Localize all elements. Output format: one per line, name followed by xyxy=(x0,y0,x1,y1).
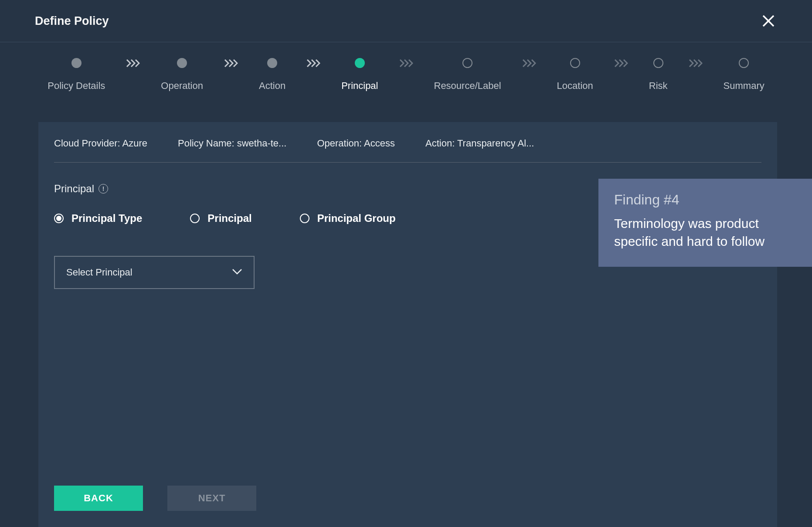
step-label: Policy Details xyxy=(48,80,105,92)
info-icon[interactable]: ! xyxy=(99,184,108,194)
step-location[interactable]: Location xyxy=(557,58,593,92)
select-placeholder: Select Principal xyxy=(66,267,133,278)
step-operation[interactable]: Operation xyxy=(161,58,203,92)
step-label: Operation xyxy=(161,80,203,92)
summary-action: Action: Transparency Al... xyxy=(425,138,534,149)
modal-title: Define Policy xyxy=(35,14,109,28)
step-policy-details[interactable]: Policy Details xyxy=(48,58,105,92)
step-circle-icon xyxy=(739,58,749,68)
radio-principal-type[interactable]: Principal Type xyxy=(54,212,142,224)
step-label: Resource/Label xyxy=(434,80,501,92)
stepper: Policy Details Operation Action Principa… xyxy=(0,42,812,109)
radio-principal-group[interactable]: Principal Group xyxy=(300,212,396,224)
close-icon xyxy=(762,14,775,27)
finding-callout: Finding #4 Terminology was product speci… xyxy=(598,179,812,267)
modal-header: Define Policy xyxy=(0,0,812,42)
step-principal[interactable]: Principal xyxy=(341,58,378,92)
next-button: NEXT xyxy=(167,486,256,511)
radio-circle-icon xyxy=(54,214,64,223)
step-circle-icon xyxy=(653,58,663,68)
step-label: Location xyxy=(557,80,593,92)
finding-title: Finding #4 xyxy=(614,192,796,208)
step-arrows-icon xyxy=(522,58,536,68)
radio-circle-icon xyxy=(300,214,309,223)
step-circle-icon xyxy=(177,58,187,68)
section-title-text: Principal xyxy=(54,183,94,195)
close-button[interactable] xyxy=(760,12,777,30)
step-circle-icon xyxy=(570,58,580,68)
step-label: Principal xyxy=(341,80,378,92)
radio-circle-icon xyxy=(190,214,200,223)
radio-label: Principal Group xyxy=(317,212,396,224)
summary-cloud-provider: Cloud Provider: Azure xyxy=(54,138,147,149)
step-label: Summary xyxy=(724,80,764,92)
step-circle-icon xyxy=(355,58,365,68)
step-action[interactable]: Action xyxy=(259,58,285,92)
chevron-down-icon xyxy=(232,269,242,276)
finding-body: Terminology was product specific and har… xyxy=(614,215,796,250)
step-arrows-icon xyxy=(126,58,140,68)
step-resource-label[interactable]: Resource/Label xyxy=(434,58,501,92)
step-circle-icon xyxy=(462,58,472,68)
step-arrows-icon xyxy=(224,58,238,68)
step-arrows-icon xyxy=(614,58,628,68)
step-arrows-icon xyxy=(306,58,320,68)
step-circle-icon xyxy=(71,58,82,68)
select-principal-dropdown[interactable]: Select Principal xyxy=(54,256,255,289)
summary-operation: Operation: Access xyxy=(317,138,395,149)
summary-policy-name: Policy Name: swetha-te... xyxy=(178,138,286,149)
policy-summary-row: Cloud Provider: Azure Policy Name: sweth… xyxy=(54,138,761,163)
step-circle-icon xyxy=(267,58,277,68)
button-row: BACK NEXT xyxy=(54,486,256,511)
radio-label: Principal Type xyxy=(71,212,142,224)
step-label: Risk xyxy=(649,80,668,92)
radio-principal[interactable]: Principal xyxy=(190,212,251,224)
step-label: Action xyxy=(259,80,285,92)
back-button[interactable]: BACK xyxy=(54,486,143,511)
step-risk[interactable]: Risk xyxy=(649,58,668,92)
step-arrows-icon xyxy=(689,58,703,68)
radio-label: Principal xyxy=(207,212,251,224)
define-policy-modal: Define Policy Policy Details Operation A… xyxy=(0,0,812,527)
step-arrows-icon xyxy=(399,58,413,68)
step-summary[interactable]: Summary xyxy=(724,58,764,92)
